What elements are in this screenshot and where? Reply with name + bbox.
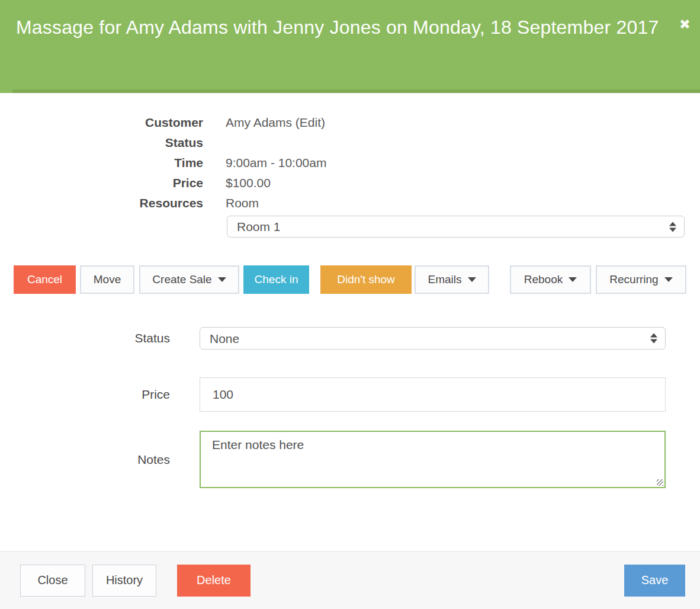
resources-label: Resources	[0, 193, 203, 213]
rebook-button[interactable]: Rebook	[510, 265, 591, 294]
price-value: $100.00	[226, 173, 271, 193]
room-select-wrap: Room 1	[227, 216, 685, 238]
didnt-show-button[interactable]: Didn't show	[320, 265, 412, 294]
detail-row-customer: Customer Amy Adams (Edit)	[0, 113, 700, 133]
customer-label: Customer	[0, 113, 203, 133]
recurring-label: Recurring	[609, 273, 658, 286]
caret-down-icon	[468, 277, 476, 282]
caret-down-icon	[664, 277, 673, 282]
modal-footer: Close History Delete Save	[0, 551, 700, 609]
form-row-status: Status None	[0, 327, 700, 350]
detail-row-status: Status	[0, 133, 700, 153]
form-notes-label: Notes	[0, 453, 170, 467]
create-sale-label: Create Sale	[152, 273, 211, 286]
resources-value: Room	[226, 193, 259, 213]
customer-value[interactable]: Amy Adams (Edit)	[226, 113, 325, 133]
move-button[interactable]: Move	[80, 265, 134, 294]
appointment-modal: Massage for Amy Adams with Jenny Jones o…	[0, 0, 700, 609]
appointment-details: Customer Amy Adams (Edit) Status Time 9:…	[0, 113, 700, 238]
time-value: 9:00am - 10:00am	[226, 153, 326, 173]
modal-header: Massage for Amy Adams with Jenny Jones o…	[0, 0, 700, 93]
emails-label: Emails	[428, 273, 461, 286]
notes-field-wrap	[200, 431, 666, 488]
room-select[interactable]: Room 1	[227, 216, 685, 238]
history-button[interactable]: History	[92, 565, 156, 597]
close-icon[interactable]: ✖	[679, 18, 691, 31]
status-select[interactable]: None	[200, 327, 666, 350]
check-in-button[interactable]: Check in	[243, 265, 309, 294]
delete-button[interactable]: Delete	[177, 565, 251, 597]
form-row-notes: Notes	[0, 431, 700, 488]
form-status-label: Status	[0, 331, 170, 345]
caret-down-icon	[569, 277, 577, 282]
status-label: Status	[0, 133, 203, 153]
form-row-price: Price	[0, 377, 700, 412]
recurring-button[interactable]: Recurring	[596, 265, 686, 294]
detail-row-resources: Resources Room	[0, 193, 700, 213]
rebook-label: Rebook	[524, 273, 563, 286]
save-button[interactable]: Save	[624, 565, 685, 597]
header-bottom-strip	[12, 89, 700, 93]
modal-body: Customer Amy Adams (Edit) Status Time 9:…	[0, 93, 700, 551]
price-input[interactable]	[200, 377, 666, 412]
resize-handle-icon[interactable]	[657, 479, 663, 486]
caret-down-icon	[218, 277, 226, 282]
edit-form: Status None Price Notes	[0, 327, 700, 488]
detail-row-price: Price $100.00	[0, 173, 700, 193]
time-label: Time	[0, 153, 203, 173]
price-field-wrap	[200, 377, 666, 412]
create-sale-button[interactable]: Create Sale	[139, 265, 239, 294]
form-price-label: Price	[0, 387, 170, 402]
close-button[interactable]: Close	[20, 565, 85, 597]
actions-row: Cancel Move Create Sale Check in Didn't …	[14, 265, 686, 294]
cancel-button[interactable]: Cancel	[14, 265, 76, 294]
price-label: Price	[0, 173, 203, 193]
detail-row-time: Time 9:00am - 10:00am	[0, 153, 700, 173]
notes-textarea[interactable]	[200, 431, 666, 488]
emails-button[interactable]: Emails	[415, 265, 489, 294]
modal-title: Massage for Amy Adams with Jenny Jones o…	[16, 12, 664, 42]
status-select-wrap: None	[200, 327, 666, 350]
